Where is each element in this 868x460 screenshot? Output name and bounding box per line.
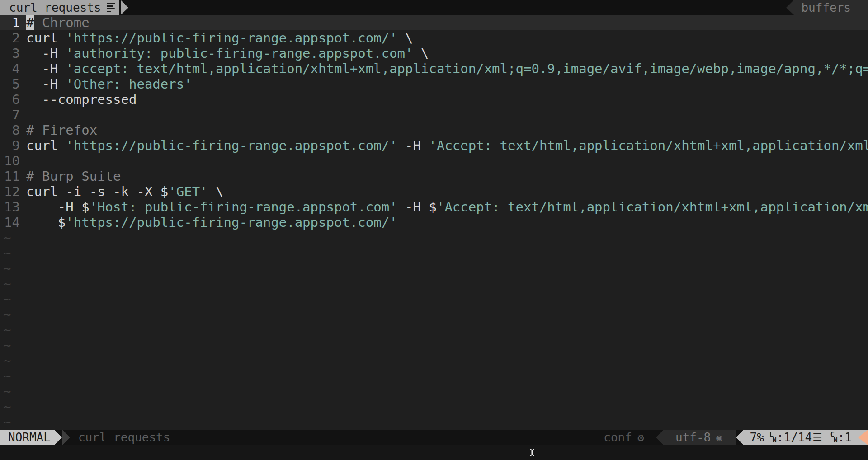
empty-line: ~ — [0, 245, 868, 261]
editor-line[interactable]: 11# Burp Suite — [0, 169, 868, 184]
tilde-marker: ~ — [0, 276, 11, 291]
col-info-label: :1 — [838, 431, 852, 444]
code-token: 'https://public-firing-range.appspot.com… — [66, 138, 397, 153]
editor[interactable]: 1# Chrome2curl 'https://public-firing-ra… — [0, 15, 868, 430]
code-token: 'https://public-firing-range.appspot.com… — [66, 215, 397, 230]
buffers-arrow-icon — [786, 0, 794, 15]
empty-line: ~ — [0, 291, 868, 307]
line-info-label: :1/14 — [777, 431, 812, 444]
mode-label: NORMAL — [8, 431, 51, 444]
line-number: 11 — [0, 169, 20, 184]
line-number: 6 — [0, 92, 20, 107]
line-number: 10 — [0, 153, 20, 169]
tab-curl-requests[interactable]: curl_requests — [0, 0, 119, 15]
empty-line: ~ — [0, 261, 868, 276]
command-line[interactable] — [0, 445, 868, 460]
editor-line[interactable]: 10 — [0, 153, 868, 169]
column-number-icon: CN — [830, 432, 838, 443]
tilde-marker: ~ — [0, 322, 11, 338]
line-number: 9 — [0, 138, 20, 153]
code-token: \ — [413, 46, 429, 61]
line-text: $'https://public-firing-range.appspot.co… — [20, 215, 868, 230]
editor-line[interactable]: 12curl -i -s -k -X $'GET' \ — [0, 184, 868, 199]
code-token: 'authority: public-firing-range.appspot.… — [66, 46, 413, 61]
line-text: # Burp Suite — [20, 169, 868, 184]
editor-line[interactable]: 13 -H $'Host: public-firing-range.appspo… — [0, 199, 868, 215]
line-text: --compressed — [20, 92, 868, 107]
line-text: # Firefox — [20, 122, 868, 138]
line-number: 8 — [0, 122, 20, 138]
line-text — [20, 153, 868, 169]
line-number: 14 — [0, 215, 20, 230]
editor-line[interactable]: 8# Firefox — [0, 122, 868, 138]
editor-line[interactable]: 6 --compressed — [0, 92, 868, 107]
line-text — [20, 107, 868, 122]
gear-icon: ⚙ — [637, 431, 644, 444]
empty-line: ~ — [0, 307, 868, 322]
tabline: curl_requests buffers — [0, 0, 868, 15]
code-token: -H — [26, 76, 66, 92]
empty-line: ~ — [0, 353, 868, 368]
mouse-ibeam-cursor-icon — [529, 448, 535, 459]
buffers-label: buffers — [801, 1, 851, 14]
line-text: curl 'https://public-firing-range.appspo… — [20, 138, 868, 153]
empty-line: ~ — [0, 384, 868, 399]
code-token: \ — [397, 30, 413, 46]
tilde-marker: ~ — [0, 230, 11, 245]
code-token: 'https://public-firing-range.appspot.com… — [66, 30, 397, 46]
editor-line[interactable]: 4 -H 'accept: text/html,application/xhtm… — [0, 61, 868, 76]
editor-line[interactable]: 14 $'https://public-firing-range.appspot… — [0, 215, 868, 230]
position-arrow-icon — [736, 430, 744, 445]
line-number: 3 — [0, 46, 20, 61]
code-token: # Firefox — [26, 122, 97, 138]
buffers-segment[interactable]: buffers — [786, 0, 868, 15]
encoding-arrow-icon — [656, 430, 664, 445]
editor-line[interactable]: 5 -H 'Other: headers' — [0, 76, 868, 92]
empty-line: ~ — [0, 276, 868, 291]
line-number: 4 — [0, 61, 20, 76]
tilde-marker: ~ — [0, 261, 11, 276]
code-token: -H $ — [26, 199, 90, 215]
code-token: $ — [26, 215, 66, 230]
line-text: curl -i -s -k -X $'GET' \ — [20, 184, 868, 199]
code-token: 'Accept: text/html,application/xhtml+xml… — [429, 138, 868, 153]
tab-label: curl_requests — [9, 1, 101, 14]
line-number: 5 — [0, 76, 20, 92]
statusline-spacer — [170, 430, 604, 445]
line-number: 7 — [0, 107, 20, 122]
code-token: -H $ — [397, 199, 437, 215]
mode-arrow-icon — [54, 430, 62, 445]
tilde-marker: ~ — [0, 384, 11, 399]
tab-arrow-icon — [121, 0, 128, 15]
empty-line: ~ — [0, 368, 868, 384]
empty-line: ~ — [0, 322, 868, 338]
editor-line[interactable]: 9curl 'https://public-firing-range.appsp… — [0, 138, 868, 153]
tilde-marker: ~ — [0, 245, 11, 261]
editor-line[interactable]: 7 — [0, 107, 868, 122]
mode-indicator: NORMAL — [0, 430, 54, 445]
encoding-icon: ◉ — [716, 432, 722, 443]
line-text: curl 'https://public-firing-range.appspo… — [20, 30, 868, 46]
editor-line[interactable]: 2curl 'https://public-firing-range.appsp… — [0, 30, 868, 46]
tilde-marker: ~ — [0, 338, 11, 353]
code-token: curl -i -s -k -X $ — [26, 184, 168, 199]
empty-line: ~ — [0, 338, 868, 353]
code-token: -H — [26, 61, 66, 76]
line-text: -H $'Host: public-firing-range.appspot.c… — [20, 199, 868, 215]
code-token: -H — [397, 138, 429, 153]
encoding-segment: utf-8 ◉ — [664, 430, 736, 445]
editor-line[interactable]: 1# Chrome — [0, 15, 868, 30]
filetype-label: conf — [604, 431, 632, 444]
code-token: # Burp Suite — [26, 169, 121, 184]
empty-line: ~ — [0, 399, 868, 414]
position-segment: 7% LN :1/14 ☰ CN :1 — [744, 430, 868, 445]
code-token: curl — [26, 138, 66, 153]
line-number: 13 — [0, 199, 20, 215]
editor-line[interactable]: 3 -H 'authority: public-firing-range.app… — [0, 46, 868, 61]
code-token: -H — [26, 46, 66, 61]
line-text: # Chrome — [20, 15, 868, 30]
filetype-indicator: conf ⚙ — [604, 430, 644, 445]
tilde-marker: ~ — [0, 353, 11, 368]
empty-line: ~ — [0, 414, 868, 430]
tilde-marker: ~ — [0, 399, 11, 414]
